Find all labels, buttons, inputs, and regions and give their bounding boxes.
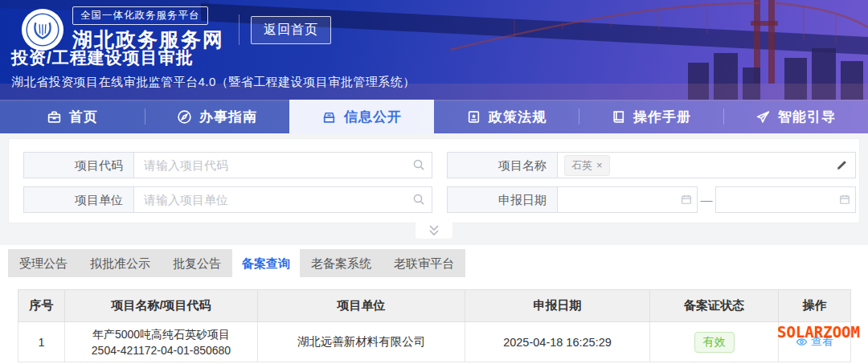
col-project-unit: 项目单位 (258, 290, 465, 322)
project-code-input[interactable] (133, 152, 432, 178)
tab-old-joint-review[interactable]: 老联审平台 (383, 249, 465, 277)
col-declare-date: 申报日期 (465, 290, 650, 322)
page-subtitle: 湖北省投资项目在线审批监管平台4.0（暨省工程建设项目审批管理系统） (11, 75, 416, 90)
row-declare-date: 2025-04-18 16:25:29 (465, 322, 650, 362)
table-row: 1 年产5000吨高纯石英砂项目 2504-421172-04-01-85068… (18, 322, 851, 362)
row-project-unit: 湖北远善新材料有限公司 (258, 322, 465, 362)
search-icon (412, 193, 425, 206)
field-project-name: 项目名称 石英 × (447, 152, 856, 178)
search-section: 项目代码 项目名称 石英 × 项目单位 (0, 133, 868, 245)
row-project-code: 2504-421172-04-01-850680 (65, 342, 257, 358)
manual-icon (611, 109, 626, 125)
field-declare-date: 申报日期 — (447, 186, 856, 213)
nav-item-guide[interactable]: 办事指南 (145, 100, 289, 133)
page-title: 投资/工程建设项目审批 (11, 47, 194, 69)
form-collapse-toggle[interactable] (416, 222, 452, 239)
search-form-panel: 项目代码 项目名称 石英 × 项目单位 (8, 138, 860, 223)
nav-item-manual[interactable]: 操作手册 (579, 100, 723, 133)
tab-group-left: 受理公告 拟批准公示 批复公告 (8, 249, 232, 277)
compass-icon (177, 109, 192, 125)
project-name-input[interactable]: 石英 × (557, 152, 856, 178)
search-icon (412, 158, 425, 171)
nav-item-home[interactable]: 首页 (0, 100, 145, 133)
site-logo (21, 8, 64, 51)
results-table: 序号 项目名称/项目代码 项目单位 申报日期 备案证状态 操作 1 年产5000… (18, 289, 851, 362)
back-home-button[interactable]: 返回首页 (251, 16, 331, 44)
nav-item-label: 操作手册 (633, 108, 691, 126)
declare-date-start-input[interactable] (557, 186, 698, 213)
project-name-label: 项目名称 (447, 152, 557, 178)
col-actions: 操作 (779, 290, 851, 322)
platform-badge: 全国一体化政务服务平台 (72, 6, 208, 25)
send-icon (755, 109, 771, 125)
tab-approval-notice[interactable]: 批复公告 (162, 249, 232, 277)
edit-pencil-icon[interactable] (835, 159, 848, 172)
nav-item-info-disclosure[interactable]: 信息公开 (289, 100, 434, 133)
project-unit-label: 项目单位 (23, 186, 133, 213)
tab-group-right: 老备案系统 老联审平台 (300, 249, 465, 277)
declare-date-label: 申报日期 (447, 186, 557, 213)
nav-item-smart-guide[interactable]: 智能引导 (723, 100, 868, 133)
col-index: 序号 (18, 290, 65, 322)
nav-item-label: 信息公开 (344, 108, 402, 126)
nav-item-policy[interactable]: 政策法规 (434, 100, 579, 133)
declare-date-end-input[interactable] (715, 186, 856, 213)
tab-filing-query[interactable]: 备案查询 (232, 249, 300, 277)
search-tag: 石英 × (564, 155, 610, 176)
row-project-name: 年产5000吨高纯石英砂项目 (65, 326, 257, 342)
field-project-code: 项目代码 (23, 152, 432, 178)
date-range-separator: — (698, 193, 715, 207)
project-code-label: 项目代码 (23, 152, 133, 178)
chevrons-down-icon (427, 225, 441, 236)
nav-item-label: 智能引导 (778, 108, 836, 126)
col-filing-status: 备案证状态 (650, 290, 779, 322)
row-project-name-code: 年产5000吨高纯石英砂项目 2504-421172-04-01-850680 (65, 322, 258, 362)
row-status: 有效 (650, 322, 779, 362)
row-index: 1 (18, 322, 65, 362)
nav-item-label: 首页 (69, 108, 98, 126)
result-tabs: 受理公告 拟批准公示 批复公告 备案查询 老备案系统 老联审平台 (8, 249, 868, 277)
calendar-icon (681, 194, 692, 205)
home-icon (47, 109, 62, 125)
tab-old-filing-system[interactable]: 老备案系统 (300, 249, 383, 277)
tab-proposed-approval[interactable]: 拟批准公示 (79, 249, 162, 277)
nav-item-label: 政策法规 (489, 108, 547, 126)
main-nav: 首页 办事指南 信息公开 政策法规 操作手册 (0, 100, 868, 133)
tab-acceptance-notice[interactable]: 受理公告 (8, 249, 79, 277)
project-unit-input[interactable] (133, 186, 432, 213)
watermark-text: SOLARZOOM (777, 323, 860, 341)
status-badge: 有效 (694, 332, 735, 353)
field-project-unit: 项目单位 (23, 186, 432, 213)
tag-remove-icon[interactable]: × (596, 160, 603, 170)
search-tag-label: 石英 (571, 158, 592, 173)
policy-icon (466, 109, 481, 125)
nav-item-label: 办事指南 (199, 108, 257, 126)
header-banner: 全国一体化政务服务平台 湖北政务服务网 返回首页 投资/工程建设项目审批 湖北省… (0, 0, 868, 133)
calendar-icon (839, 194, 850, 205)
archive-icon (321, 109, 337, 125)
header-divider (239, 14, 240, 45)
col-project-name-code: 项目名称/项目代码 (65, 290, 258, 322)
table-header-row: 序号 项目名称/项目代码 项目单位 申报日期 备案证状态 操作 (18, 290, 851, 322)
